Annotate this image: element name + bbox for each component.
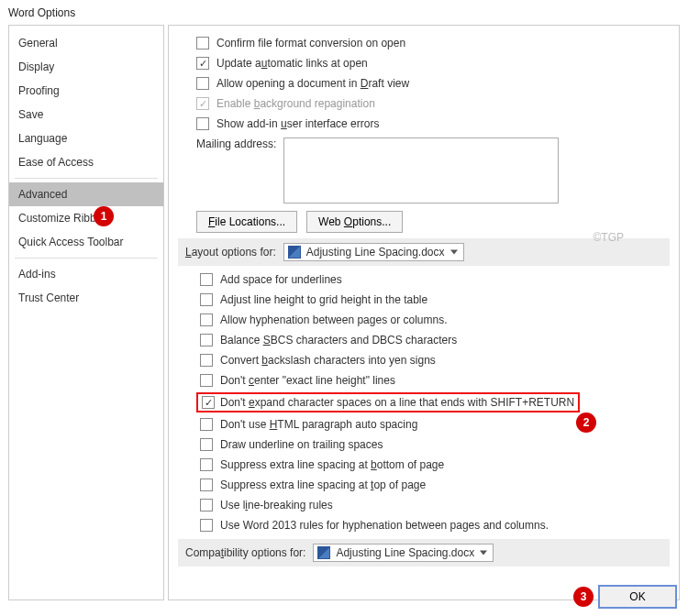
option-label: Confirm file format conversion on open — [216, 35, 405, 51]
content-panel: Confirm file format conversion on open U… — [168, 25, 680, 600]
sidebar-item-language[interactable]: Language — [9, 126, 163, 150]
checkbox-icon[interactable] — [200, 478, 213, 491]
sidebar-item-customize-ribbon[interactable]: Customize Ribbon — [9, 206, 163, 230]
sidebar-item-ease-of-access[interactable]: Ease of Access — [9, 150, 163, 174]
sidebar-item-add-ins[interactable]: Add-ins — [9, 262, 163, 286]
sidebar-item-display[interactable]: Display — [9, 55, 163, 79]
sidebar-item-advanced[interactable]: Advanced — [9, 182, 163, 206]
checkbox-icon[interactable] — [200, 374, 213, 387]
checkbox-icon[interactable] — [200, 273, 213, 286]
option-allow-hyphenation[interactable]: Allow hyphenation between pages or colum… — [200, 312, 670, 328]
option-enable-background-repagination: Enable background repagination — [196, 95, 670, 112]
option-label: Don't center "exact line height" lines — [220, 372, 395, 389]
word-document-icon — [317, 546, 330, 559]
checkbox-icon[interactable] — [196, 117, 209, 130]
file-locations-button[interactable]: File Locations... — [196, 211, 297, 233]
option-label: Add space for underlines — [220, 271, 342, 288]
option-label: Allow opening a document in Draft view — [216, 75, 409, 92]
option-balance-sbcs-dbcs[interactable]: Balance SBCS characters and DBCS charact… — [200, 332, 670, 348]
annotation-badge-1: 1 — [94, 206, 114, 226]
web-options-button[interactable]: Web Options... — [306, 211, 403, 233]
option-label: Use Word 2013 rules for hyphenation betw… — [220, 517, 549, 534]
checkbox-icon[interactable] — [200, 314, 213, 326]
option-suppress-spacing-bottom[interactable]: Suppress extra line spacing at bottom of… — [200, 456, 670, 473]
sidebar-separator — [15, 178, 158, 179]
checkbox-icon[interactable] — [200, 438, 213, 451]
option-word-2013-hyphenation[interactable]: Use Word 2013 rules for hyphenation betw… — [200, 517, 670, 534]
sidebar-item-general[interactable]: General — [9, 31, 163, 55]
checkbox-icon[interactable] — [196, 57, 209, 70]
checkbox-icon[interactable] — [200, 418, 213, 431]
option-dont-use-html-spacing[interactable]: Don't use HTML paragraph auto spacing — [200, 416, 670, 433]
option-draw-underline-trailing[interactable]: Draw underline on trailing spaces — [200, 436, 670, 453]
mailing-address-label: Mailing address: — [196, 138, 276, 150]
select-value: Adjusting Line Spacing.docx — [306, 246, 445, 258]
option-label: Allow hyphenation between pages or colum… — [220, 312, 448, 328]
option-update-automatic-links[interactable]: Update automatic links at open — [196, 55, 670, 72]
compatibility-document-select[interactable]: Adjusting Line Spacing.docx — [313, 544, 494, 562]
option-use-line-breaking-rules[interactable]: Use line-breaking rules — [200, 497, 670, 513]
window-title: Word Options — [1, 1, 687, 25]
option-show-addin-errors[interactable]: Show add-in user interface errors — [196, 116, 670, 132]
option-label: Update automatic links at open — [216, 55, 368, 72]
compatibility-options-section: Compatibility options for: Adjusting Lin… — [178, 539, 670, 566]
ok-button[interactable]: OK — [598, 585, 677, 609]
option-convert-backslash-yen[interactable]: Convert backslash characters into yen si… — [200, 352, 670, 368]
checkbox-icon[interactable] — [200, 458, 213, 471]
sidebar: General Display Proofing Save Language E… — [8, 25, 164, 600]
sidebar-separator — [15, 258, 158, 258]
option-suppress-spacing-top[interactable]: Suppress extra line spacing at top of pa… — [200, 477, 670, 493]
option-label: Don't use HTML paragraph auto spacing — [220, 416, 417, 433]
sidebar-item-save[interactable]: Save — [9, 103, 163, 126]
option-label: Adjust line height to grid height in the… — [220, 292, 427, 308]
option-add-space-underlines[interactable]: Add space for underlines — [200, 271, 670, 288]
checkbox-icon[interactable] — [196, 37, 209, 50]
option-adjust-line-height[interactable]: Adjust line height to grid height in the… — [200, 292, 670, 308]
option-label: Don't expand character spaces on a line … — [220, 396, 574, 409]
option-dont-center-exact[interactable]: Don't center "exact line height" lines — [200, 372, 670, 389]
checkbox-icon[interactable] — [196, 77, 209, 90]
section-label: Layout options for: — [185, 246, 276, 258]
option-label: Balance SBCS characters and DBCS charact… — [220, 332, 457, 348]
checkbox-icon[interactable] — [200, 293, 213, 306]
option-label: Suppress extra line spacing at bottom of… — [220, 456, 444, 473]
sidebar-item-quick-access-toolbar[interactable]: Quick Access Toolbar — [9, 230, 163, 254]
checkbox-icon[interactable] — [200, 519, 213, 532]
option-label: Show add-in user interface errors — [216, 116, 379, 132]
option-label: Enable background repagination — [216, 95, 375, 112]
layout-options-document-select[interactable]: Adjusting Line Spacing.docx — [283, 243, 464, 261]
mailing-address-input[interactable] — [283, 138, 559, 204]
option-label: Convert backslash characters into yen si… — [220, 352, 436, 368]
option-dont-expand-character-spaces[interactable]: Don't expand character spaces on a line … — [196, 392, 580, 412]
checkbox-icon — [196, 97, 209, 110]
word-document-icon — [288, 246, 301, 258]
section-label: Compatibility options for: — [185, 546, 305, 559]
annotation-badge-2: 2 — [576, 412, 596, 433]
checkbox-icon[interactable] — [200, 354, 213, 367]
watermark-text: ©TGP — [593, 231, 624, 244]
sidebar-item-proofing[interactable]: Proofing — [9, 79, 163, 103]
annotation-badge-3: 3 — [573, 587, 594, 607]
option-label: Use line-breaking rules — [220, 497, 333, 513]
select-value: Adjusting Line Spacing.docx — [336, 546, 474, 559]
checkbox-icon[interactable] — [200, 499, 213, 512]
sidebar-item-trust-center[interactable]: Trust Center — [9, 286, 163, 310]
checkbox-icon[interactable] — [202, 396, 215, 409]
option-allow-draft-view[interactable]: Allow opening a document in Draft view — [196, 75, 670, 92]
checkbox-icon[interactable] — [200, 334, 213, 346]
option-label: Suppress extra line spacing at top of pa… — [220, 477, 426, 493]
option-label: Draw underline on trailing spaces — [220, 436, 383, 453]
option-confirm-file-format[interactable]: Confirm file format conversion on open — [196, 35, 670, 51]
